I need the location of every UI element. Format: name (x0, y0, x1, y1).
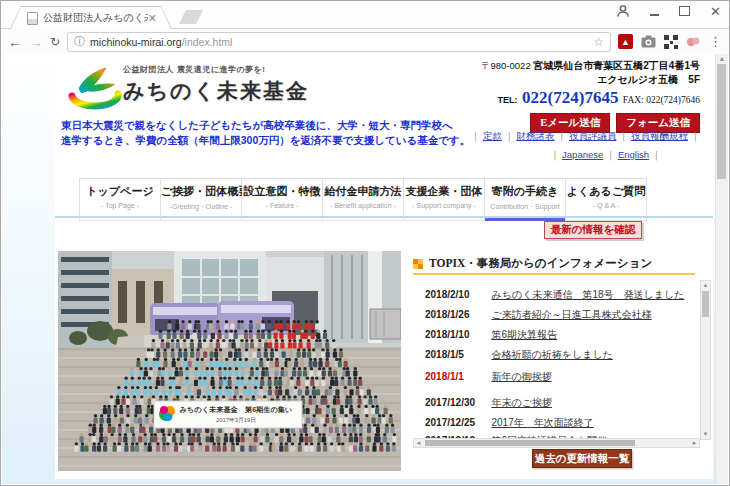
banner-date: 2017年3月19日 (216, 417, 256, 424)
banner-title: みちのく未来基金 第6期生の集い (180, 405, 293, 414)
news-link[interactable]: みちのく未来通信 第18号 発送しました (491, 289, 684, 300)
news-link[interactable]: ご来訪者紹介～日進工具株式会社様 (491, 309, 651, 320)
contact-block: 〒980-0022 宮城県仙台市青葉区五橋2丁目4番1号 エクセルジオ五橋 5F… (481, 59, 700, 133)
site-logo-text[interactable]: 公益財団法人 震災遺児に進学の夢を! みちのく未来基金 (123, 64, 309, 105)
page-info-icon[interactable]: ⓘ (74, 36, 85, 47)
reload-icon[interactable]: ↻ (50, 35, 60, 49)
page-favicon (27, 12, 38, 25)
pdf-extension-icon[interactable]: ▲ (618, 34, 633, 49)
scroll-up-icon[interactable]: ▲ (701, 281, 710, 290)
link-yakuin-hyogiin[interactable]: 役員評議員 (569, 130, 617, 141)
news-row: 2017/12/30 年末のご挨拶 (425, 392, 552, 410)
page-content: 公益財団法人 震災遺児に進学の夢を! みちのく未来基金 〒980-0022 宮城… (55, 54, 713, 479)
news-row: 2018/1/5 合格祈願の祈祷をしました (425, 344, 613, 362)
main-navigation: トップページ - Top Page - ご挨拶・団体概要 -Greeting・O… (79, 178, 647, 221)
browser-scrollbar[interactable]: ▲ (715, 54, 728, 484)
news-heading-row: TOPIX・事務局からのインフォメーション (413, 256, 652, 271)
browser-scroll-up-icon[interactable]: ▲ (716, 54, 728, 64)
latest-info-button[interactable]: 最新の情報を確認 (544, 221, 642, 239)
news-link[interactable]: 合格祈願の祈祷をしました (491, 349, 612, 360)
nav-tab-contribution[interactable]: 寄附の手続き Contribution・Support (485, 178, 566, 221)
link-japanese[interactable]: Japanese (562, 149, 603, 160)
camera-extension-icon[interactable] (641, 35, 656, 48)
scroll-left-icon[interactable]: ◄ (414, 440, 423, 446)
news-row: 2017/12/25 2017年 年次面談終了 (425, 412, 594, 430)
profile-icon[interactable] (616, 4, 630, 18)
url-text: michinoku-mirai.org/index.html (90, 36, 232, 48)
browser-toolbar: ← → ↻ ⓘ michinoku-mirai.org/index.html ☆… (1, 29, 729, 55)
document-links: ｜ 定款 ｜ 財務諸表 ｜ 役員評議員 ｜ 役員報酬規程 ｜ (471, 130, 700, 143)
nav-divider-line (55, 216, 713, 218)
nav-tab-qa[interactable]: よくあるご質問 - Q & A - (566, 178, 647, 221)
fax-label: FAX: (623, 95, 644, 105)
nav-tab-feature[interactable]: 設立意図・特徴 - Feature - (242, 178, 323, 221)
news-heading-underline (413, 273, 695, 275)
nav-tab-top-page[interactable]: トップページ - Top Page - (79, 178, 161, 221)
nav-tab-greeting-outline[interactable]: ご挨拶・団体概要 -Greeting・Outline - (161, 178, 242, 221)
browser-scroll-thumb[interactable] (717, 64, 726, 179)
address-line1: 宮城県仙台市青葉区五橋2丁目4番1号 (533, 60, 700, 71)
new-tab-button[interactable] (179, 10, 203, 24)
intro-text: 東日本大震災で親をなくした子どもたちが高校卒業後に、大学・短大・専門学校へ 進学… (61, 118, 470, 148)
archive-button[interactable]: 過去の更新情報一覧 (532, 449, 632, 468)
link-teikan[interactable]: 定款 (483, 130, 502, 141)
news-horizontal-scrollbar[interactable]: ◄ ► (413, 438, 700, 448)
pink-extension-icon[interactable] (686, 35, 701, 48)
tel-number: 022(724)7645 (522, 88, 618, 107)
maximize-button[interactable] (679, 6, 690, 16)
qr-extension-icon[interactable] (664, 35, 678, 49)
tab-title: 公益財団法人みちのく未来基金 (43, 11, 148, 25)
news-row: 2018/2/10 みちのく未来通信 第18号 発送しました (425, 284, 684, 302)
news-vertical-scrollbar[interactable]: ▲ ▼ (700, 280, 711, 440)
page-viewport: 公益財団法人 震災遺児に進学の夢を! みちのく未来基金 〒980-0022 宮城… (2, 54, 728, 484)
browser-tab[interactable]: 公益財団法人みちのく未来基金 ✕ (10, 6, 172, 29)
site-title: みちのく未来基金 (123, 77, 309, 105)
scroll-right-icon[interactable]: ► (690, 440, 699, 446)
bookmark-star-icon[interactable]: ☆ (593, 36, 604, 48)
postal-code: 〒980-0022 (481, 60, 531, 71)
news-link[interactable]: 新年の御挨拶 (491, 371, 551, 382)
minimize-button[interactable] (650, 14, 659, 16)
photo-banner: みちのく未来基金 第6期生の集い 2017年3月19日 (154, 401, 302, 428)
news-link[interactable]: 2017年 年次面談終了 (491, 417, 593, 428)
browser-titlebar: 公益財団法人みちのく未来基金 ✕ ✕ (1, 1, 729, 29)
news-heading: TOPIX・事務局からのインフォメーション (429, 256, 652, 271)
site-logo-bird-icon[interactable] (68, 62, 122, 110)
close-button[interactable]: ✕ (710, 5, 721, 18)
link-yakuin-hoshu[interactable]: 役員報酬規程 (631, 130, 688, 141)
tab-close-icon[interactable]: ✕ (148, 13, 157, 24)
nav-tab-support-company[interactable]: 支援企業・団体 - Support company - (404, 178, 485, 221)
news-row: 2018/1/26 ご来訪者紹介～日進工具株式会社様 (425, 304, 652, 322)
news-link[interactable]: 年末のご挨拶 (491, 397, 551, 408)
address-line2: エクセルジオ五橋 5F (481, 73, 700, 87)
chrome-menu-icon[interactable]: ⋮ (709, 35, 722, 48)
news-link[interactable]: 第6期決算報告 (491, 329, 557, 340)
group-photo: みちのく未来基金 第6期生の集い 2017年3月19日 (58, 251, 401, 471)
link-english[interactable]: English (618, 149, 649, 160)
link-zaimu[interactable]: 財務諸表 (516, 130, 554, 141)
topix-icon (413, 259, 423, 269)
nav-tab-benefit-application[interactable]: 給付金申請方法 - Benefit application - (323, 178, 404, 221)
photo-buses (150, 301, 294, 337)
tel-label: TEL: (498, 95, 518, 105)
forward-icon[interactable]: → (29, 35, 43, 49)
news-row: 2018/1/10 第6期決算報告 (425, 324, 557, 342)
fax-number: 022(724)7646 (646, 95, 700, 105)
news-row: 2018/1/1 新年の御挨拶 (425, 366, 552, 384)
site-tagline: 公益財団法人 震災遺児に進学の夢を! (123, 64, 309, 75)
news-vscroll-thumb[interactable] (702, 291, 709, 317)
back-icon[interactable]: ← (8, 35, 22, 49)
browser-window: 公益財団法人みちのく未来基金 ✕ ✕ ← → ↻ ⓘ michinoku-mir… (0, 0, 730, 486)
news-hscroll-thumb[interactable] (425, 440, 635, 446)
language-links: ｜ Japanese ｜ English ｜ (550, 149, 661, 162)
url-bar[interactable]: ⓘ michinoku-mirai.org/index.html ☆ (67, 32, 611, 52)
scroll-down-icon[interactable]: ▼ (701, 430, 710, 439)
